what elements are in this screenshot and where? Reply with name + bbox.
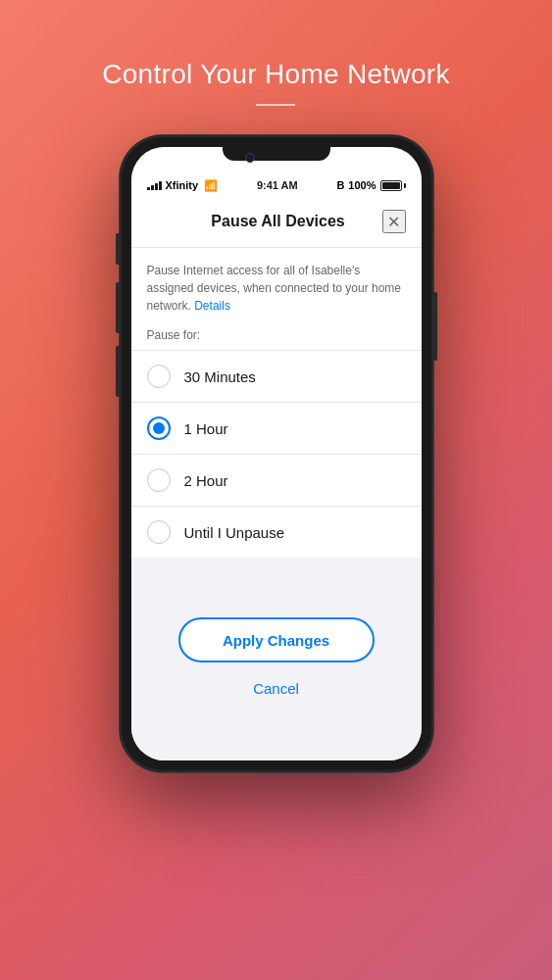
battery-body — [380, 180, 402, 191]
signal-bars — [147, 180, 162, 190]
notch-bar — [131, 147, 422, 174]
front-camera — [245, 153, 255, 163]
radio-1hour-inner — [153, 422, 165, 434]
modal-header: Pause All Devices ✕ — [131, 196, 422, 248]
battery-tip — [404, 183, 406, 188]
description-text: Pause Internet access for all of Isabell… — [147, 264, 402, 313]
status-left: Xfinity 📶 — [147, 179, 219, 192]
radio-unpause — [147, 520, 171, 544]
radio-30min — [147, 365, 171, 388]
phone-btn-mute — [116, 282, 120, 333]
option-unpause[interactable]: Until I Unpause — [131, 507, 422, 558]
cancel-button[interactable]: Cancel — [237, 676, 315, 701]
bluetooth-icon: B — [336, 179, 344, 191]
apply-changes-button[interactable]: Apply Changes — [178, 617, 375, 662]
option-30min-label: 30 Minutes — [184, 368, 256, 385]
option-30min[interactable]: 30 Minutes — [131, 351, 422, 403]
phone-btn-volume-up — [116, 346, 120, 397]
signal-bar-4 — [159, 181, 162, 190]
actions-area: Apply Changes Cancel — [131, 558, 422, 760]
option-2hour-label: 2 Hour — [184, 472, 228, 489]
modal-area: Pause All Devices ✕ Pause Internet acces… — [131, 196, 422, 760]
phone-wrapper: Xfinity 📶 9:41 AM B 100% — [120, 135, 433, 772]
modal-card: Pause All Devices ✕ Pause Internet acces… — [131, 196, 422, 558]
details-link[interactable]: Details — [194, 299, 230, 313]
page-title: Control Your Home Network — [102, 59, 450, 90]
signal-bar-2 — [151, 185, 154, 190]
carrier-label: Xfinity — [166, 179, 199, 191]
phone-btn-power — [433, 292, 437, 361]
option-unpause-label: Until I Unpause — [184, 524, 285, 541]
battery-fill — [382, 182, 400, 189]
header-divider — [256, 104, 295, 106]
modal-description: Pause Internet access for all of Isabell… — [131, 248, 422, 324]
signal-bar-3 — [155, 183, 158, 190]
close-button[interactable]: ✕ — [382, 210, 406, 233]
option-2hour[interactable]: 2 Hour — [131, 455, 422, 507]
status-bar: Xfinity 📶 9:41 AM B 100% — [131, 174, 422, 196]
header-section: Control Your Home Network — [102, 59, 450, 106]
radio-2hour — [147, 468, 171, 492]
pause-for-label: Pause for: — [131, 324, 422, 350]
signal-bar-1 — [147, 187, 150, 190]
notch-pill — [223, 147, 330, 161]
options-list: 30 Minutes 1 Hour 2 Hour — [131, 350, 422, 558]
option-1hour[interactable]: 1 Hour — [131, 403, 422, 455]
option-1hour-label: 1 Hour — [184, 420, 228, 437]
battery-icon — [380, 180, 406, 191]
modal-title: Pause All Devices — [175, 213, 382, 230]
status-right: B 100% — [336, 179, 405, 191]
battery-percent: 100% — [348, 179, 376, 191]
phone-screen: Xfinity 📶 9:41 AM B 100% — [131, 147, 422, 760]
wifi-icon: 📶 — [204, 179, 218, 192]
radio-1hour — [147, 416, 171, 440]
status-time: 9:41 AM — [257, 179, 298, 191]
